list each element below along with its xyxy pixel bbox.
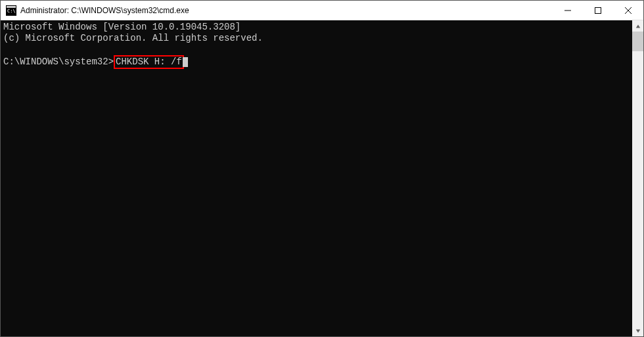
cmd-window: C:\ Administrator: C:\WINDOWS\system32\c… bbox=[0, 0, 644, 337]
scroll-thumb[interactable] bbox=[632, 32, 643, 51]
svg-marker-7 bbox=[635, 24, 639, 28]
scroll-down-button[interactable] bbox=[632, 325, 643, 336]
scroll-track[interactable] bbox=[632, 32, 643, 325]
minimize-button[interactable] bbox=[553, 1, 583, 20]
titlebar[interactable]: C:\ Administrator: C:\WINDOWS\system32\c… bbox=[1, 1, 643, 20]
svg-rect-4 bbox=[595, 7, 601, 13]
svg-text:C:\: C:\ bbox=[7, 9, 16, 14]
cursor bbox=[183, 57, 188, 67]
scroll-up-button[interactable] bbox=[632, 20, 643, 32]
terminal-area: Microsoft Windows [Version 10.0.19045.32… bbox=[1, 20, 643, 336]
version-line: Microsoft Windows [Version 10.0.19045.32… bbox=[3, 22, 241, 32]
window-controls bbox=[553, 1, 643, 20]
copyright-line: (c) Microsoft Corporation. All rights re… bbox=[3, 33, 263, 43]
terminal[interactable]: Microsoft Windows [Version 10.0.19045.32… bbox=[1, 20, 632, 336]
cmd-icon: C:\ bbox=[6, 5, 16, 16]
close-button[interactable] bbox=[613, 1, 643, 20]
window-title: Administrator: C:\WINDOWS\system32\cmd.e… bbox=[20, 6, 553, 15]
prompt: C:\WINDOWS\system32> bbox=[3, 56, 114, 67]
svg-rect-1 bbox=[7, 6, 16, 8]
svg-marker-8 bbox=[635, 329, 639, 332]
maximize-button[interactable] bbox=[583, 1, 613, 20]
command-highlight: CHKDSK H: /f bbox=[114, 55, 184, 69]
vertical-scrollbar[interactable] bbox=[632, 20, 643, 336]
command-text: CHKDSK H: /f bbox=[116, 56, 182, 67]
